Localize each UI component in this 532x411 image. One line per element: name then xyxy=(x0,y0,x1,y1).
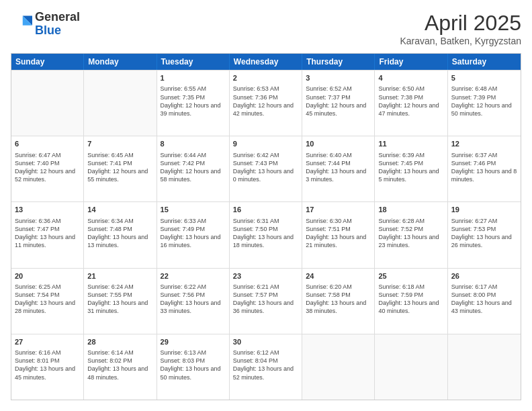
cell-daylight-info: Sunrise: 6:30 AM Sunset: 7:51 PM Dayligh… xyxy=(306,217,371,250)
cell-daylight-info: Sunrise: 6:40 AM Sunset: 7:44 PM Dayligh… xyxy=(306,151,371,184)
day-number: 16 xyxy=(233,205,298,215)
cell-daylight-info: Sunrise: 6:55 AM Sunset: 7:35 PM Dayligh… xyxy=(161,85,226,118)
calendar-cell xyxy=(84,71,157,136)
day-number: 23 xyxy=(233,271,298,281)
calendar-cell: 30Sunrise: 6:12 AM Sunset: 8:04 PM Dayli… xyxy=(230,334,302,400)
day-number: 17 xyxy=(306,205,371,215)
day-number: 10 xyxy=(306,139,371,149)
day-number: 9 xyxy=(233,139,298,149)
cell-daylight-info: Sunrise: 6:36 AM Sunset: 7:47 PM Dayligh… xyxy=(15,217,80,250)
calendar-row: 1Sunrise: 6:55 AM Sunset: 7:35 PM Daylig… xyxy=(11,70,521,136)
day-number: 27 xyxy=(15,337,80,347)
calendar-cell: 5Sunrise: 6:48 AM Sunset: 7:39 PM Daylig… xyxy=(448,71,521,136)
calendar-cell: 15Sunrise: 6:33 AM Sunset: 7:49 PM Dayli… xyxy=(157,202,230,267)
cell-daylight-info: Sunrise: 6:39 AM Sunset: 7:45 PM Dayligh… xyxy=(378,151,443,184)
cell-daylight-info: Sunrise: 6:22 AM Sunset: 7:56 PM Dayligh… xyxy=(161,283,226,316)
calendar-cell: 7Sunrise: 6:45 AM Sunset: 7:41 PM Daylig… xyxy=(84,136,157,201)
cell-daylight-info: Sunrise: 6:52 AM Sunset: 7:37 PM Dayligh… xyxy=(306,85,371,118)
day-number: 21 xyxy=(87,271,152,281)
calendar-cell: 29Sunrise: 6:13 AM Sunset: 8:03 PM Dayli… xyxy=(157,334,230,400)
day-number: 8 xyxy=(161,139,226,149)
cell-daylight-info: Sunrise: 6:12 AM Sunset: 8:04 PM Dayligh… xyxy=(233,349,298,381)
calendar-cell: 9Sunrise: 6:42 AM Sunset: 7:43 PM Daylig… xyxy=(230,136,302,201)
calendar-cell: 16Sunrise: 6:31 AM Sunset: 7:50 PM Dayli… xyxy=(230,202,302,267)
day-number: 30 xyxy=(233,337,298,347)
cell-daylight-info: Sunrise: 6:34 AM Sunset: 7:48 PM Dayligh… xyxy=(87,217,152,250)
cell-daylight-info: Sunrise: 6:13 AM Sunset: 8:03 PM Dayligh… xyxy=(161,349,226,381)
day-number: 13 xyxy=(15,205,80,215)
calendar-cell xyxy=(11,71,84,136)
day-number: 6 xyxy=(15,139,80,149)
calendar-cell xyxy=(448,334,521,400)
cell-daylight-info: Sunrise: 6:31 AM Sunset: 7:50 PM Dayligh… xyxy=(233,217,298,250)
title-block: April 2025 Karavan, Batken, Kyrgyzstan xyxy=(400,11,521,46)
calendar-cell: 2Sunrise: 6:53 AM Sunset: 7:36 PM Daylig… xyxy=(230,71,302,136)
day-number: 29 xyxy=(161,337,226,347)
calendar-row: 20Sunrise: 6:25 AM Sunset: 7:54 PM Dayli… xyxy=(11,268,521,334)
calendar-row: 6Sunrise: 6:47 AM Sunset: 7:40 PM Daylig… xyxy=(11,136,521,201)
day-number: 2 xyxy=(233,73,298,83)
day-number: 26 xyxy=(451,271,517,281)
cell-daylight-info: Sunrise: 6:42 AM Sunset: 7:43 PM Dayligh… xyxy=(233,151,298,184)
calendar-cell: 24Sunrise: 6:20 AM Sunset: 7:58 PM Dayli… xyxy=(302,269,375,334)
calendar-row: 27Sunrise: 6:16 AM Sunset: 8:01 PM Dayli… xyxy=(11,334,521,400)
cell-daylight-info: Sunrise: 6:48 AM Sunset: 7:39 PM Dayligh… xyxy=(451,85,517,118)
calendar-title: April 2025 xyxy=(400,11,521,36)
cell-daylight-info: Sunrise: 6:17 AM Sunset: 8:00 PM Dayligh… xyxy=(451,283,517,316)
day-number: 15 xyxy=(161,205,226,215)
calendar-body: 1Sunrise: 6:55 AM Sunset: 7:35 PM Daylig… xyxy=(11,70,521,400)
cell-daylight-info: Sunrise: 6:16 AM Sunset: 8:01 PM Dayligh… xyxy=(15,349,80,381)
calendar-cell: 26Sunrise: 6:17 AM Sunset: 8:00 PM Dayli… xyxy=(448,269,521,334)
calendar-cell: 22Sunrise: 6:22 AM Sunset: 7:56 PM Dayli… xyxy=(157,269,230,334)
day-number: 25 xyxy=(378,271,443,281)
cell-daylight-info: Sunrise: 6:44 AM Sunset: 7:42 PM Dayligh… xyxy=(161,151,226,184)
cell-daylight-info: Sunrise: 6:27 AM Sunset: 7:53 PM Dayligh… xyxy=(451,217,517,250)
calendar-cell: 10Sunrise: 6:40 AM Sunset: 7:44 PM Dayli… xyxy=(302,136,375,201)
day-number: 22 xyxy=(161,271,226,281)
cell-daylight-info: Sunrise: 6:50 AM Sunset: 7:38 PM Dayligh… xyxy=(378,85,443,118)
cell-daylight-info: Sunrise: 6:45 AM Sunset: 7:41 PM Dayligh… xyxy=(87,151,152,184)
calendar-cell: 12Sunrise: 6:37 AM Sunset: 7:46 PM Dayli… xyxy=(448,136,521,201)
day-number: 24 xyxy=(306,271,371,281)
weekday-header: Sunday xyxy=(11,54,84,70)
weekday-header: Monday xyxy=(84,54,157,70)
calendar-cell: 1Sunrise: 6:55 AM Sunset: 7:35 PM Daylig… xyxy=(157,71,230,136)
day-number: 19 xyxy=(451,205,517,215)
day-number: 7 xyxy=(87,139,152,149)
day-number: 1 xyxy=(161,73,226,83)
cell-daylight-info: Sunrise: 6:25 AM Sunset: 7:54 PM Dayligh… xyxy=(15,283,80,316)
cell-daylight-info: Sunrise: 6:37 AM Sunset: 7:46 PM Dayligh… xyxy=(451,151,517,184)
calendar-header: SundayMondayTuesdayWednesdayThursdayFrid… xyxy=(11,54,521,70)
logo-general-text: General xyxy=(35,11,80,24)
calendar-cell: 21Sunrise: 6:24 AM Sunset: 7:55 PM Dayli… xyxy=(84,269,157,334)
calendar-cell: 11Sunrise: 6:39 AM Sunset: 7:45 PM Dayli… xyxy=(375,136,447,201)
cell-daylight-info: Sunrise: 6:21 AM Sunset: 7:57 PM Dayligh… xyxy=(233,283,298,316)
calendar-cell xyxy=(375,334,447,400)
day-number: 28 xyxy=(87,337,152,347)
calendar-cell: 23Sunrise: 6:21 AM Sunset: 7:57 PM Dayli… xyxy=(230,269,302,334)
logo-blue-text: Blue xyxy=(35,24,80,38)
day-number: 3 xyxy=(306,73,371,83)
calendar-cell: 18Sunrise: 6:28 AM Sunset: 7:52 PM Dayli… xyxy=(375,202,447,267)
calendar-cell: 6Sunrise: 6:47 AM Sunset: 7:40 PM Daylig… xyxy=(11,136,84,201)
calendar-cell: 4Sunrise: 6:50 AM Sunset: 7:38 PM Daylig… xyxy=(375,71,447,136)
cell-daylight-info: Sunrise: 6:14 AM Sunset: 8:02 PM Dayligh… xyxy=(87,349,152,381)
cell-daylight-info: Sunrise: 6:20 AM Sunset: 7:58 PM Dayligh… xyxy=(306,283,371,316)
weekday-header: Saturday xyxy=(448,54,521,70)
calendar-cell: 19Sunrise: 6:27 AM Sunset: 7:53 PM Dayli… xyxy=(448,202,521,267)
cell-daylight-info: Sunrise: 6:53 AM Sunset: 7:36 PM Dayligh… xyxy=(233,85,298,118)
weekday-header: Wednesday xyxy=(230,54,302,70)
calendar-cell: 8Sunrise: 6:44 AM Sunset: 7:42 PM Daylig… xyxy=(157,136,230,201)
day-number: 5 xyxy=(451,73,517,83)
calendar-row: 13Sunrise: 6:36 AM Sunset: 7:47 PM Dayli… xyxy=(11,201,521,267)
day-number: 11 xyxy=(378,139,443,149)
day-number: 12 xyxy=(451,139,517,149)
cell-daylight-info: Sunrise: 6:24 AM Sunset: 7:55 PM Dayligh… xyxy=(87,283,152,316)
logo-icon xyxy=(11,13,32,35)
calendar-cell: 14Sunrise: 6:34 AM Sunset: 7:48 PM Dayli… xyxy=(84,202,157,267)
day-number: 4 xyxy=(378,73,443,83)
calendar-cell: 13Sunrise: 6:36 AM Sunset: 7:47 PM Dayli… xyxy=(11,202,84,267)
calendar-cell xyxy=(302,334,375,400)
calendar-cell: 3Sunrise: 6:52 AM Sunset: 7:37 PM Daylig… xyxy=(302,71,375,136)
calendar-location: Karavan, Batken, Kyrgyzstan xyxy=(400,36,521,46)
